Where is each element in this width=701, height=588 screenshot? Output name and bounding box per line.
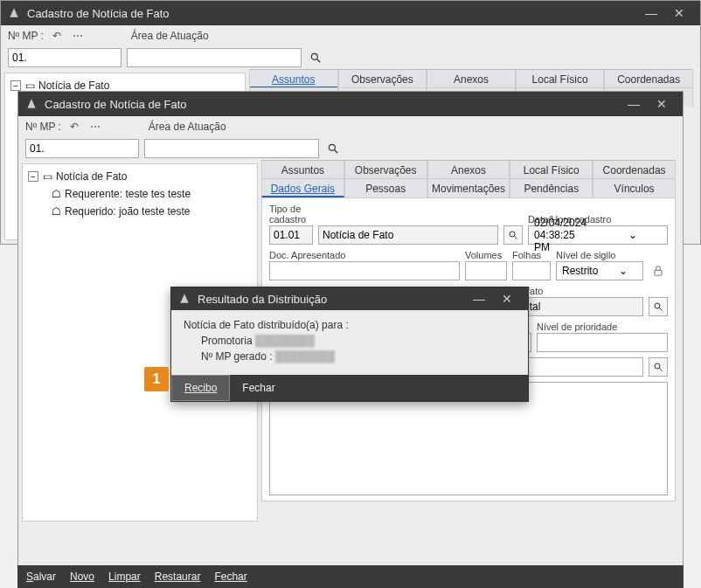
svg-line-5	[515, 237, 517, 239]
tipo-desc-input[interactable]	[318, 225, 498, 245]
tab-movimentacoes[interactable]: Movimentações	[427, 178, 510, 197]
volumes-label: Volumes	[465, 250, 507, 260]
minimize-button[interactable]: —	[620, 97, 648, 111]
titlebar-back: Cadastro de Notícia de Fato — ✕	[1, 1, 700, 25]
topbar-back: Nº MP : ↶ ⋯ Área de Atuação	[1, 25, 700, 46]
tab-pessoas[interactable]: Pessoas	[344, 178, 427, 197]
tab-dadosgerais[interactable]: Dados Gerais	[261, 178, 344, 197]
svg-point-9	[655, 303, 660, 308]
tab-assuntos[interactable]: Assuntos	[249, 69, 338, 88]
modal-line1: Notícia de Fato distribuído(a) para :	[184, 319, 516, 331]
sigilo-value: Restrito	[557, 265, 603, 277]
fechar-button[interactable]: Fechar	[214, 571, 246, 583]
more-icon[interactable]: ⋯	[87, 119, 103, 135]
svg-point-4	[510, 232, 515, 237]
np-label: Nº MP :	[8, 30, 44, 42]
modal-actions: Recibo Fechar	[171, 375, 528, 401]
prioridade-label: Nível de prioridade	[537, 322, 668, 332]
tree-root-label: Notícia de Fato	[38, 80, 109, 92]
tree-collapse-icon[interactable]: −	[28, 171, 38, 182]
search-icon[interactable]	[307, 49, 324, 66]
svg-point-11	[655, 363, 660, 369]
tabs-row1-front: Assuntos Observações Anexos Local Físico…	[261, 160, 676, 179]
modal-promotoria-value: ████████	[255, 335, 315, 347]
bottom-bar: Salvar Novo Limpar Restaurar Fechar	[17, 565, 684, 588]
person-icon: ☖	[51, 206, 61, 217]
doc-input[interactable]	[269, 261, 460, 280]
app-logo-icon	[25, 98, 38, 110]
area-input[interactable]	[127, 48, 302, 67]
area-label: Área de Atuação	[149, 121, 226, 133]
volumes-input[interactable]	[465, 261, 507, 280]
tab-anexos[interactable]: Anexos	[427, 160, 510, 179]
np-input[interactable]	[8, 48, 121, 67]
search-tipo-icon[interactable]	[503, 225, 523, 245]
datahora-dropdown[interactable]: 02/04/2024 04:38:25 PM ⌄	[528, 225, 668, 245]
area-label: Área de Atuação	[131, 30, 209, 42]
tab-observacoes[interactable]: Observações	[344, 160, 427, 179]
tab-localfisico[interactable]: Local Físico	[510, 160, 593, 179]
app-logo-icon	[8, 7, 20, 19]
modal-np-label: Nº MP gerado :	[201, 350, 273, 363]
tree-child-requerente[interactable]: ☖ Requerente: teste tes teste	[26, 185, 253, 203]
tab-localfisico[interactable]: Local Físico	[516, 69, 605, 88]
tab-observacoes[interactable]: Observações	[338, 69, 427, 88]
undo-icon[interactable]: ↶	[49, 28, 65, 44]
tab-assuntos[interactable]: Assuntos	[261, 160, 344, 179]
limpar-button[interactable]: Limpar	[108, 571, 141, 583]
window-title: Cadastro de Notícia de Fato	[27, 7, 637, 20]
folhas-label: Folhas	[512, 250, 551, 260]
tree-root-label: Notícia de Fato	[56, 170, 127, 183]
salvar-button[interactable]: Salvar	[26, 571, 56, 583]
datahora-value: 02/04/2024 04:38:25 PM	[529, 217, 598, 253]
tab-pendencias[interactable]: Pendências	[510, 178, 593, 197]
modal-body: Notícia de Fato distribuído(a) para : Pr…	[171, 310, 528, 375]
window-title: Cadastro de Notícia de Fato	[45, 98, 620, 111]
tree-child-label: Requerente: teste tes teste	[65, 188, 191, 200]
search-extra-icon[interactable]	[649, 357, 668, 377]
search-icon[interactable]	[324, 140, 342, 157]
tree-collapse-icon[interactable]: −	[10, 80, 21, 91]
fechar-button[interactable]: Fechar	[230, 375, 287, 401]
modal-promotoria-label: Promotoria	[201, 335, 253, 347]
document-icon: ▭	[24, 80, 35, 91]
undo-icon[interactable]: ↶	[66, 119, 82, 135]
svg-line-10	[660, 308, 663, 311]
recibo-button[interactable]: Recibo	[171, 375, 230, 401]
sigilo-label: Nível de sigilo	[556, 250, 643, 260]
minimize-button[interactable]: —	[465, 292, 493, 306]
tree-root[interactable]: − ▭ Notícia de Fato	[26, 168, 253, 185]
doc-label: Doc. Apresentado	[269, 250, 460, 260]
folhas-input[interactable]	[512, 261, 551, 280]
modal-title: Resultado da Distribuição	[198, 293, 465, 306]
tabs-row2-front: Dados Gerais Pessoas Movimentações Pendê…	[261, 178, 676, 197]
svg-line-3	[335, 150, 338, 154]
tab-anexos[interactable]: Anexos	[427, 69, 516, 88]
chevron-down-icon: ⌄	[603, 265, 642, 277]
close-button[interactable]: ✕	[648, 97, 676, 111]
close-button[interactable]: ✕	[493, 292, 521, 306]
tree-child-requerido[interactable]: ☖ Requerido: joão teste teste	[26, 203, 253, 220]
tabs-row1-back: Assuntos Observações Anexos Local Físico…	[249, 69, 693, 88]
tipo-code-input[interactable]	[269, 225, 313, 245]
area-input[interactable]	[144, 139, 319, 158]
topbar-front: Nº MP : ↶ ⋯ Área de Atuação	[18, 116, 683, 137]
tab-coordenadas[interactable]: Coordenadas	[604, 69, 693, 88]
sigilo-dropdown[interactable]: Restrito ⌄	[556, 261, 643, 280]
search-comarca-icon[interactable]	[649, 297, 668, 316]
novo-button[interactable]: Novo	[70, 571, 94, 583]
tree-child-label: Requerido: joão teste teste	[65, 205, 190, 218]
tab-coordenadas[interactable]: Coordenadas	[593, 160, 676, 179]
more-icon[interactable]: ⋯	[70, 28, 86, 44]
svg-point-0	[311, 53, 317, 59]
svg-line-12	[660, 369, 663, 371]
app-logo-icon	[178, 293, 191, 305]
svg-point-2	[329, 144, 335, 150]
restaurar-button[interactable]: Restaurar	[155, 571, 201, 583]
minimize-button[interactable]: —	[637, 6, 665, 20]
tab-vinculos[interactable]: Vínculos	[593, 178, 676, 197]
prioridade-input[interactable]	[537, 333, 668, 352]
modal-titlebar: Resultado da Distribuição — ✕	[171, 287, 528, 310]
np-input[interactable]	[25, 139, 139, 158]
close-button[interactable]: ✕	[665, 6, 693, 20]
